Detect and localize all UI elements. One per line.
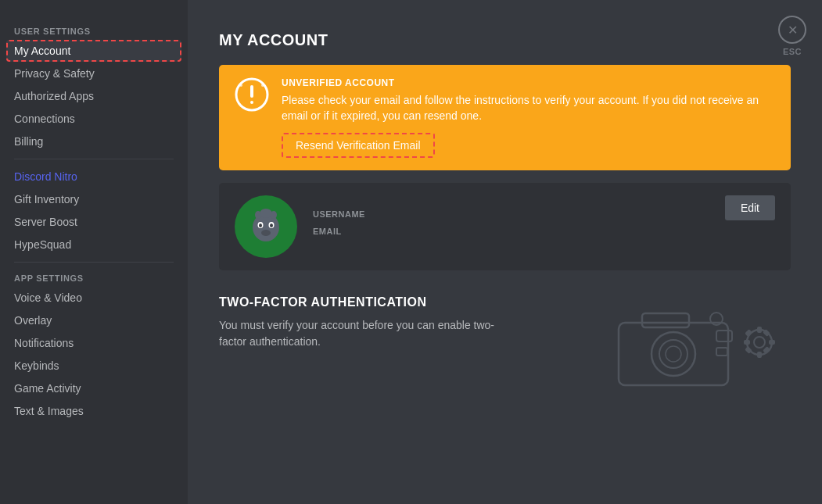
username-field: USERNAME xyxy=(313,209,709,219)
sidebar-item-connections[interactable]: Connections xyxy=(6,108,181,130)
sidebar-item-my-account[interactable]: My Account xyxy=(6,40,181,62)
profile-card: USERNAME EMAIL Edit xyxy=(219,183,791,270)
profile-info: USERNAME EMAIL xyxy=(313,209,709,244)
sidebar-divider-2 xyxy=(14,262,174,263)
svg-point-12 xyxy=(255,211,261,219)
user-settings-label: USER SETTINGS xyxy=(6,22,181,39)
svg-rect-18 xyxy=(642,313,689,327)
warning-content: UNVERIFIED ACCOUNT Please check your ema… xyxy=(282,77,775,158)
avatar xyxy=(235,195,297,258)
sidebar-divider-1 xyxy=(14,159,174,159)
sidebar: USER SETTINGS My Account Privacy & Safet… xyxy=(0,0,188,504)
resend-verification-button[interactable]: Resend Verification Email xyxy=(282,133,435,158)
sidebar-item-discord-nitro[interactable]: Discord Nitro xyxy=(6,166,181,188)
svg-point-4 xyxy=(261,84,264,87)
svg-point-15 xyxy=(651,332,695,376)
main-content: ✕ ESC MY ACCOUNT UNVERIFIED ACCOUNT Plea… xyxy=(188,0,822,504)
page-title: MY ACCOUNT xyxy=(219,31,791,49)
warning-text: Please check your email and follow the i… xyxy=(282,93,775,123)
svg-rect-2 xyxy=(250,101,253,104)
svg-rect-23 xyxy=(757,327,762,333)
app-settings-label: APP SETTINGS xyxy=(6,269,181,286)
svg-point-3 xyxy=(239,84,242,87)
warning-icon xyxy=(235,77,269,112)
svg-point-17 xyxy=(666,346,681,362)
svg-rect-30 xyxy=(763,346,770,354)
email-label: EMAIL xyxy=(313,227,709,236)
svg-rect-20 xyxy=(716,348,727,356)
tfa-text: TWO-FACTOR AUTHENTICATION You must verif… xyxy=(219,295,572,350)
warning-banner: UNVERIFIED ACCOUNT Please check your ema… xyxy=(219,65,791,170)
svg-point-16 xyxy=(659,340,687,368)
tfa-heading: TWO-FACTOR AUTHENTICATION xyxy=(219,295,572,309)
sidebar-item-overlay[interactable]: Overlay xyxy=(6,309,181,331)
warning-title: UNVERIFIED ACCOUNT xyxy=(282,77,775,88)
svg-rect-1 xyxy=(250,85,253,98)
svg-rect-27 xyxy=(745,329,752,337)
close-button[interactable]: ✕ xyxy=(778,16,806,44)
close-area: ✕ ESC xyxy=(778,16,806,56)
sidebar-item-privacy-safety[interactable]: Privacy & Safety xyxy=(6,63,181,84)
sidebar-item-text-images[interactable]: Text & Images xyxy=(6,400,181,422)
sidebar-item-billing[interactable]: Billing xyxy=(6,130,181,152)
tfa-section: TWO-FACTOR AUTHENTICATION You must verif… xyxy=(219,295,791,397)
sidebar-item-authorized-apps[interactable]: Authorized Apps xyxy=(6,85,181,107)
sidebar-item-hypesquad[interactable]: HypeSquad xyxy=(6,234,181,256)
tfa-illustration xyxy=(587,295,791,397)
svg-rect-19 xyxy=(716,331,732,341)
svg-rect-26 xyxy=(769,340,775,345)
tfa-description: You must verify your account before you … xyxy=(219,317,516,350)
svg-point-22 xyxy=(754,337,765,348)
sidebar-item-keybinds[interactable]: Keybinds xyxy=(6,355,181,377)
edit-button[interactable]: Edit xyxy=(725,195,775,220)
svg-point-8 xyxy=(259,223,262,227)
username-label: USERNAME xyxy=(313,209,709,219)
email-field: EMAIL xyxy=(313,227,709,236)
sidebar-item-server-boost[interactable]: Server Boost xyxy=(6,211,181,233)
svg-point-13 xyxy=(271,211,277,219)
close-icon: ✕ xyxy=(788,23,798,38)
svg-rect-24 xyxy=(757,352,762,358)
svg-rect-25 xyxy=(744,340,750,345)
sidebar-item-notifications[interactable]: Notifications xyxy=(6,332,181,354)
sidebar-item-gift-inventory[interactable]: Gift Inventory xyxy=(6,188,181,210)
sidebar-item-game-activity[interactable]: Game Activity xyxy=(6,377,181,399)
svg-point-10 xyxy=(261,230,271,236)
svg-point-11 xyxy=(260,209,272,218)
esc-label: ESC xyxy=(783,47,802,56)
sidebar-item-voice-video[interactable]: Voice & Video xyxy=(6,287,181,309)
svg-point-9 xyxy=(270,223,273,227)
